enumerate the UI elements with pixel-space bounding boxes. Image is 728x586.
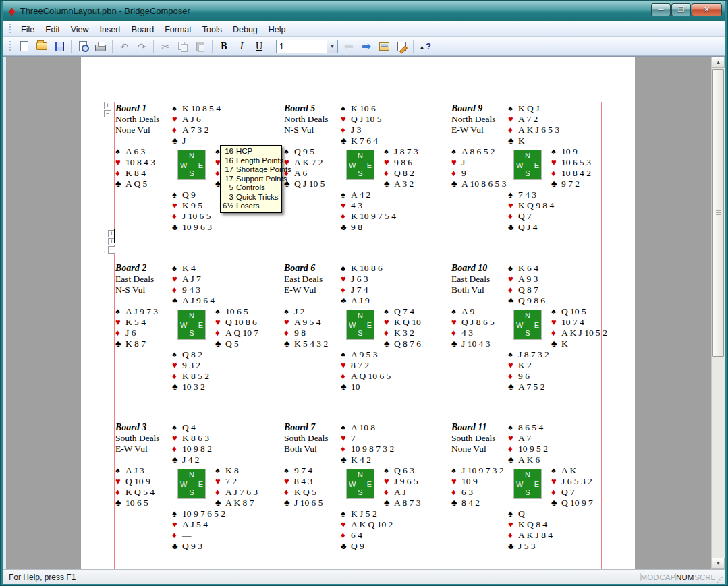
menu-item-view[interactable]: View [65,23,94,36]
suit-line: ♦10 8 4 2 [551,168,591,179]
cards-text: J 8 7 3 2 [518,349,549,359]
new-document-button[interactable] [16,39,32,54]
board-properties-button[interactable] [376,39,392,54]
menu-item-help[interactable]: Help [263,23,291,36]
suit-line: ♠Q 9 [172,189,212,200]
vertical-scrollbar[interactable]: ▲ ▼ [711,57,725,569]
suit-line: ♥K 5 4 [115,317,177,328]
work-area: Board 1 North Deals None Vul ♠K 10 8 5 4… [3,56,725,569]
italic-button[interactable]: I [233,39,250,54]
suit-line: ♣10 6 5 [115,498,177,508]
save-button[interactable] [51,39,67,54]
open-button[interactable] [34,39,50,54]
cards-text: K 4 2 [351,455,371,465]
bold-button[interactable]: B [216,39,232,54]
heart-icon: ♥ [384,317,391,328]
compass-west-label: W [516,480,523,488]
suit-line: ♣Q 9 3 [172,541,225,552]
close-button[interactable]: ✕ [692,3,722,16]
cards-text: 9 7 2 [561,179,580,189]
cards-text: J 8 7 3 [394,146,418,156]
outline-collapse-button[interactable]: − [104,110,111,117]
resize-grip-icon[interactable] [715,570,725,584]
bridge-board: Board 10 East Deals Both Vul ♠K 6 4♥A 9 … [451,263,613,422]
board-selector[interactable]: 1 ▼ [276,40,338,53]
cards-text: Q J 10 5 [351,114,381,124]
suit-line: ♠10 9 [551,146,591,157]
menu-item-board[interactable]: Board [126,23,159,36]
scroll-up-button[interactable]: ▲ [712,57,725,68]
previous-board-button[interactable]: ⬅ [341,39,357,54]
compass-diagram: N W E S [346,150,374,180]
heart-icon: ♥ [508,200,515,211]
print-button[interactable] [92,39,109,54]
cards-text: K Q 10 [394,317,421,327]
redo-button[interactable]: ↷ [134,39,150,54]
cards-text: Q 8 7 [518,285,538,295]
cards-text: 10 7 4 [561,317,584,327]
copy-button[interactable] [175,39,191,54]
tooltip-line: 3Quick Tricks [223,193,279,202]
spade-icon: ♠ [341,103,348,114]
menu-item-insert[interactable]: Insert [94,23,126,36]
menu-item-file[interactable]: File [16,23,40,36]
undo-button[interactable]: ↶ [116,39,132,54]
cards-text: A Q 5 [125,179,147,189]
cards-text: K 9 5 [182,200,202,210]
compass-east-label: E [367,321,372,328]
boards-grid: Board 1 North Deals None Vul ♠K 10 8 5 4… [115,103,610,569]
combo-dropdown-icon[interactable]: ▼ [327,40,337,53]
diamond-icon: ♦ [384,328,391,339]
back-arrow-icon: ⬅ [344,40,353,53]
save-disk-icon [55,42,64,51]
document-page[interactable]: Board 1 North Deals None Vul ♠K 10 8 5 4… [81,57,635,569]
cards-text: 10 9 [561,146,578,156]
suit-line: ♣J 10 6 5 [284,498,346,508]
menu-item-format[interactable]: Format [159,23,197,36]
next-board-button[interactable]: ➡ [358,39,374,54]
outline-collapse-button[interactable]: − [108,246,115,254]
suit-line: ♦A 7 3 2 [172,125,221,136]
scrollbar-thumb[interactable] [712,69,724,357]
spade-icon: ♠ [172,263,179,274]
suit-line: ♥A J 6 [172,114,221,125]
cards-text: K 3 2 [394,328,414,338]
suit-line: ♣Q 8 7 6 [384,339,421,349]
menu-item-tools[interactable]: Tools [197,23,227,36]
hand-east: ♠10 6 5♥Q 10 8 6♦A Q 10 7♣Q 5 [215,306,258,349]
cards-text: J 6 [125,328,136,338]
suit-line: ♦10 9 8 7 3 2 [341,444,394,455]
menu-item-debug[interactable]: Debug [227,23,263,36]
outline-expand-button[interactable]: + [104,102,111,109]
board-vulnerability: None Vul [115,125,172,136]
compass-west-label: W [180,480,187,488]
paste-button[interactable] [192,39,208,54]
underline-button[interactable]: U [251,39,267,54]
heart-icon: ♥ [341,433,348,444]
cut-button[interactable]: ✂ [157,39,173,54]
cards-text: A Q 10 7 [225,328,258,338]
heart-icon: ♥ [115,317,123,328]
spade-icon: ♠ [451,306,459,317]
maximize-button[interactable]: ❐ [671,3,691,16]
compass-diagram: N W E S [177,310,206,340]
diamond-icon: ♦ [341,444,348,455]
heart-icon: ♥ [172,200,179,211]
minimize-button[interactable]: ─ [651,3,671,16]
cards-text: 10 8 4 3 [125,157,155,167]
cards-text: 10 6 5 [125,498,148,508]
print-preview-button[interactable] [75,39,91,54]
cards-text: K 5 4 [125,317,146,327]
suit-line: ♣9 8 [341,222,396,233]
cards-text: K 10 9 7 5 4 [351,211,396,221]
edit-board-button[interactable] [393,39,410,54]
board-selector-value: 1 [277,40,327,53]
menu-item-edit[interactable]: Edit [40,23,65,36]
context-help-button[interactable]: ? [417,39,433,54]
scrollbar-track[interactable] [712,68,725,558]
scroll-down-button[interactable]: ▼ [712,558,725,569]
club-icon: ♣ [508,455,515,465]
toolbar-separator [112,40,113,53]
cards-text: 9 [461,168,466,178]
suit-line: ♥A K Q 10 2 [341,519,393,530]
